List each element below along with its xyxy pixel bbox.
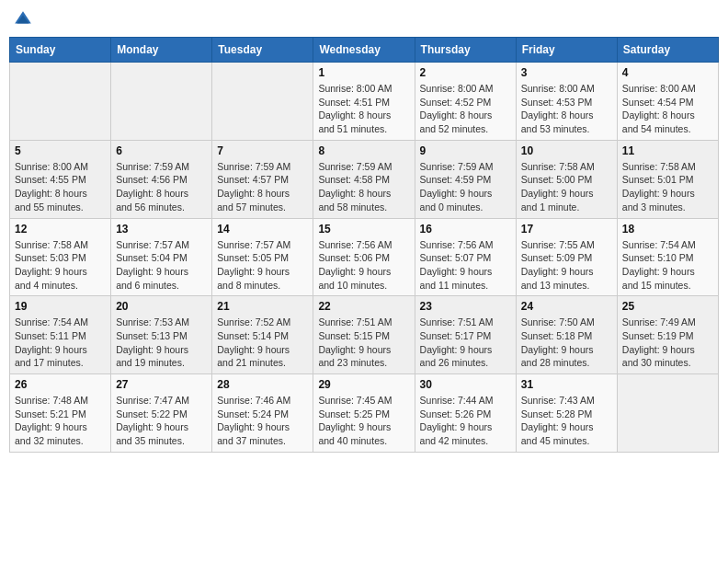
- calendar-cell: 7Sunrise: 7:59 AM Sunset: 4:57 PM Daylig…: [212, 140, 313, 218]
- calendar-cell: 23Sunrise: 7:51 AM Sunset: 5:17 PM Dayli…: [415, 296, 516, 374]
- day-info: Sunrise: 7:54 AM Sunset: 5:10 PM Dayligh…: [622, 238, 713, 293]
- day-info: Sunrise: 7:58 AM Sunset: 5:00 PM Dayligh…: [521, 160, 612, 214]
- day-number: 16: [420, 223, 511, 236]
- day-info: Sunrise: 7:50 AM Sunset: 5:18 PM Dayligh…: [521, 316, 612, 370]
- calendar-cell: [111, 63, 212, 141]
- logo-icon: [13, 9, 33, 29]
- calendar-cell: 16Sunrise: 7:56 AM Sunset: 5:07 PM Dayli…: [415, 218, 516, 296]
- day-info: Sunrise: 7:45 AM Sunset: 5:25 PM Dayligh…: [318, 394, 409, 448]
- day-number: 30: [420, 378, 511, 391]
- day-info: Sunrise: 7:53 AM Sunset: 5:13 PM Dayligh…: [116, 316, 207, 370]
- day-number: 15: [318, 223, 409, 236]
- calendar-cell: 21Sunrise: 7:52 AM Sunset: 5:14 PM Dayli…: [212, 296, 313, 374]
- calendar-cell: [212, 63, 313, 141]
- calendar: SundayMondayTuesdayWednesdayThursdayFrid…: [9, 37, 719, 453]
- day-number: 28: [217, 378, 308, 391]
- day-header-wednesday: Wednesday: [313, 38, 415, 63]
- calendar-cell: 22Sunrise: 7:51 AM Sunset: 5:15 PM Dayli…: [313, 296, 415, 374]
- day-number: 6: [116, 144, 207, 157]
- day-info: Sunrise: 7:54 AM Sunset: 5:11 PM Dayligh…: [15, 316, 106, 370]
- day-info: Sunrise: 8:00 AM Sunset: 4:51 PM Dayligh…: [318, 82, 409, 136]
- calendar-cell: 8Sunrise: 7:59 AM Sunset: 4:58 PM Daylig…: [313, 140, 415, 218]
- calendar-cell: 20Sunrise: 7:53 AM Sunset: 5:13 PM Dayli…: [111, 296, 212, 374]
- day-number: 7: [217, 144, 308, 157]
- day-info: Sunrise: 7:55 AM Sunset: 5:09 PM Dayligh…: [521, 238, 612, 293]
- calendar-cell: [10, 63, 111, 141]
- calendar-cell: 25Sunrise: 7:49 AM Sunset: 5:19 PM Dayli…: [617, 296, 718, 374]
- calendar-cell: 17Sunrise: 7:55 AM Sunset: 5:09 PM Dayli…: [516, 218, 617, 296]
- calendar-cell: 19Sunrise: 7:54 AM Sunset: 5:11 PM Dayli…: [10, 296, 111, 374]
- day-info: Sunrise: 8:00 AM Sunset: 4:54 PM Dayligh…: [622, 82, 713, 136]
- calendar-cell: 27Sunrise: 7:47 AM Sunset: 5:22 PM Dayli…: [111, 374, 212, 453]
- day-number: 17: [521, 223, 612, 236]
- day-number: 23: [420, 300, 511, 313]
- day-number: 19: [15, 300, 106, 313]
- day-number: 29: [318, 378, 409, 391]
- day-info: Sunrise: 7:56 AM Sunset: 5:06 PM Dayligh…: [318, 238, 409, 293]
- day-info: Sunrise: 7:59 AM Sunset: 4:58 PM Dayligh…: [318, 160, 409, 214]
- day-info: Sunrise: 7:51 AM Sunset: 5:17 PM Dayligh…: [420, 316, 511, 370]
- day-header-thursday: Thursday: [415, 38, 516, 63]
- calendar-cell: 6Sunrise: 7:59 AM Sunset: 4:56 PM Daylig…: [111, 140, 212, 218]
- calendar-cell: 24Sunrise: 7:50 AM Sunset: 5:18 PM Dayli…: [516, 296, 617, 374]
- day-number: 2: [420, 66, 511, 79]
- day-number: 18: [622, 223, 713, 236]
- day-number: 1: [318, 66, 409, 79]
- day-number: 22: [318, 300, 409, 313]
- day-number: 9: [420, 144, 511, 157]
- calendar-cell: 5Sunrise: 8:00 AM Sunset: 4:55 PM Daylig…: [10, 140, 111, 218]
- day-number: 8: [318, 144, 409, 157]
- logo: [13, 9, 37, 29]
- calendar-cell: 11Sunrise: 7:58 AM Sunset: 5:01 PM Dayli…: [617, 140, 718, 218]
- calendar-cell: [617, 374, 718, 453]
- day-number: 13: [116, 223, 207, 236]
- day-header-friday: Friday: [516, 38, 617, 63]
- day-number: 31: [521, 378, 612, 391]
- calendar-cell: 12Sunrise: 7:58 AM Sunset: 5:03 PM Dayli…: [10, 218, 111, 296]
- calendar-cell: 10Sunrise: 7:58 AM Sunset: 5:00 PM Dayli…: [516, 140, 617, 218]
- day-info: Sunrise: 7:58 AM Sunset: 5:01 PM Dayligh…: [622, 160, 713, 214]
- day-info: Sunrise: 7:59 AM Sunset: 4:57 PM Dayligh…: [217, 160, 308, 214]
- day-number: 26: [15, 378, 106, 391]
- day-info: Sunrise: 7:59 AM Sunset: 4:59 PM Dayligh…: [420, 160, 511, 214]
- page-header: [9, 9, 719, 29]
- calendar-cell: 30Sunrise: 7:44 AM Sunset: 5:26 PM Dayli…: [415, 374, 516, 453]
- day-info: Sunrise: 7:52 AM Sunset: 5:14 PM Dayligh…: [217, 316, 308, 370]
- day-number: 24: [521, 300, 612, 313]
- day-info: Sunrise: 7:58 AM Sunset: 5:03 PM Dayligh…: [15, 238, 106, 293]
- day-header-monday: Monday: [111, 38, 212, 63]
- day-info: Sunrise: 8:00 AM Sunset: 4:53 PM Dayligh…: [521, 82, 612, 136]
- day-number: 4: [622, 66, 713, 79]
- day-number: 25: [622, 300, 713, 313]
- calendar-cell: 2Sunrise: 8:00 AM Sunset: 4:52 PM Daylig…: [415, 63, 516, 141]
- calendar-cell: 18Sunrise: 7:54 AM Sunset: 5:10 PM Dayli…: [617, 218, 718, 296]
- day-info: Sunrise: 8:00 AM Sunset: 4:52 PM Dayligh…: [420, 82, 511, 136]
- calendar-cell: 28Sunrise: 7:46 AM Sunset: 5:24 PM Dayli…: [212, 374, 313, 453]
- day-number: 14: [217, 223, 308, 236]
- day-info: Sunrise: 7:57 AM Sunset: 5:04 PM Dayligh…: [116, 238, 207, 293]
- calendar-cell: 1Sunrise: 8:00 AM Sunset: 4:51 PM Daylig…: [313, 63, 415, 141]
- calendar-cell: 15Sunrise: 7:56 AM Sunset: 5:06 PM Dayli…: [313, 218, 415, 296]
- calendar-cell: 14Sunrise: 7:57 AM Sunset: 5:05 PM Dayli…: [212, 218, 313, 296]
- calendar-cell: 4Sunrise: 8:00 AM Sunset: 4:54 PM Daylig…: [617, 63, 718, 141]
- day-info: Sunrise: 7:51 AM Sunset: 5:15 PM Dayligh…: [318, 316, 409, 370]
- day-number: 3: [521, 66, 612, 79]
- day-number: 5: [15, 144, 106, 157]
- day-info: Sunrise: 7:47 AM Sunset: 5:22 PM Dayligh…: [116, 394, 207, 448]
- calendar-cell: 13Sunrise: 7:57 AM Sunset: 5:04 PM Dayli…: [111, 218, 212, 296]
- day-header-tuesday: Tuesday: [212, 38, 313, 63]
- calendar-header: SundayMondayTuesdayWednesdayThursdayFrid…: [10, 38, 719, 63]
- calendar-cell: 9Sunrise: 7:59 AM Sunset: 4:59 PM Daylig…: [415, 140, 516, 218]
- calendar-cell: 29Sunrise: 7:45 AM Sunset: 5:25 PM Dayli…: [313, 374, 415, 453]
- day-number: 21: [217, 300, 308, 313]
- day-number: 20: [116, 300, 207, 313]
- day-info: Sunrise: 7:49 AM Sunset: 5:19 PM Dayligh…: [622, 316, 713, 370]
- day-info: Sunrise: 7:44 AM Sunset: 5:26 PM Dayligh…: [420, 394, 511, 448]
- day-info: Sunrise: 7:48 AM Sunset: 5:21 PM Dayligh…: [15, 394, 106, 448]
- day-info: Sunrise: 7:56 AM Sunset: 5:07 PM Dayligh…: [420, 238, 511, 293]
- day-number: 27: [116, 378, 207, 391]
- day-number: 11: [622, 144, 713, 157]
- day-info: Sunrise: 7:43 AM Sunset: 5:28 PM Dayligh…: [521, 394, 612, 448]
- day-info: Sunrise: 8:00 AM Sunset: 4:55 PM Dayligh…: [15, 160, 106, 214]
- day-header-saturday: Saturday: [617, 38, 718, 63]
